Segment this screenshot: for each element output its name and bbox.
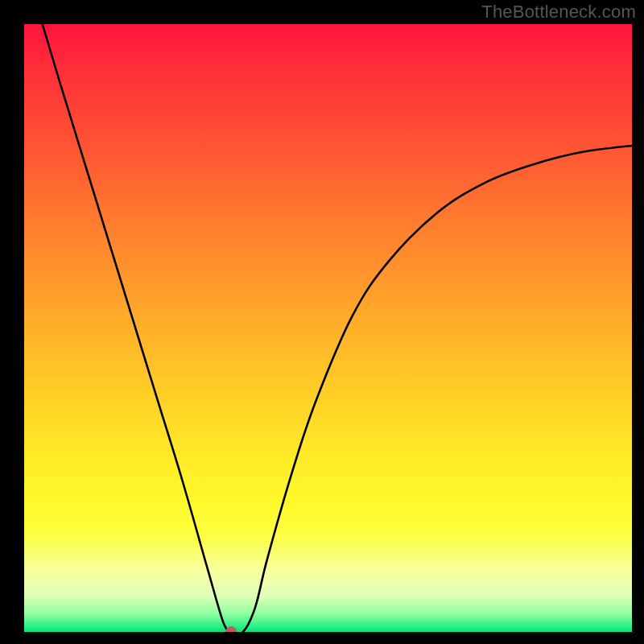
minimum-marker-icon bbox=[225, 626, 237, 632]
plot-area bbox=[24, 24, 632, 632]
bottleneck-curve bbox=[24, 24, 632, 632]
chart-frame: TheBottleneck.com bbox=[0, 0, 644, 644]
watermark-text: TheBottleneck.com bbox=[481, 2, 636, 23]
